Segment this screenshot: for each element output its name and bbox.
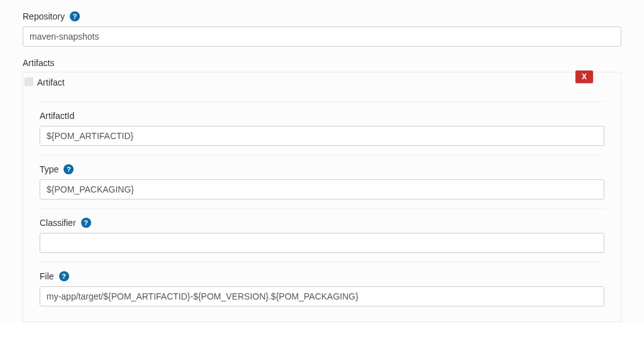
type-input[interactable]	[40, 179, 604, 199]
file-label: File	[40, 271, 54, 281]
help-icon[interactable]: ?	[64, 164, 74, 174]
classifier-label: Classifier	[40, 218, 76, 228]
type-group: Type ?	[40, 155, 604, 199]
type-label: Type	[40, 164, 58, 174]
file-group: File ?	[40, 262, 604, 306]
artifact-body: ArtifactId Type ? Classifier ?	[23, 101, 621, 322]
file-label-row: File ?	[40, 271, 604, 281]
classifier-group: Classifier ?	[40, 208, 604, 253]
artifactid-input[interactable]	[40, 126, 604, 146]
help-icon[interactable]: ?	[59, 271, 69, 281]
repository-label-row: Repository ?	[23, 11, 621, 21]
artifactid-group: ArtifactId	[40, 101, 604, 146]
repository-input[interactable]	[23, 26, 621, 47]
artifactid-label-row: ArtifactId	[40, 111, 604, 121]
classifier-input[interactable]	[40, 233, 604, 253]
file-input[interactable]	[40, 286, 604, 306]
form-container: Repository ? Artifacts X Artifact Artifa…	[0, 0, 644, 322]
repository-label: Repository	[23, 11, 65, 21]
help-icon[interactable]: ?	[81, 218, 91, 228]
help-icon[interactable]: ?	[70, 11, 80, 21]
type-label-row: Type ?	[40, 164, 604, 174]
artifacts-section-label: Artifacts	[23, 58, 621, 68]
artifactid-label: ArtifactId	[40, 111, 74, 121]
artifact-item: X Artifact ArtifactId Type ? Classifier	[23, 72, 621, 322]
classifier-label-row: Classifier ?	[40, 218, 604, 228]
artifact-header: Artifact	[23, 72, 621, 101]
repository-group: Repository ?	[23, 11, 621, 47]
